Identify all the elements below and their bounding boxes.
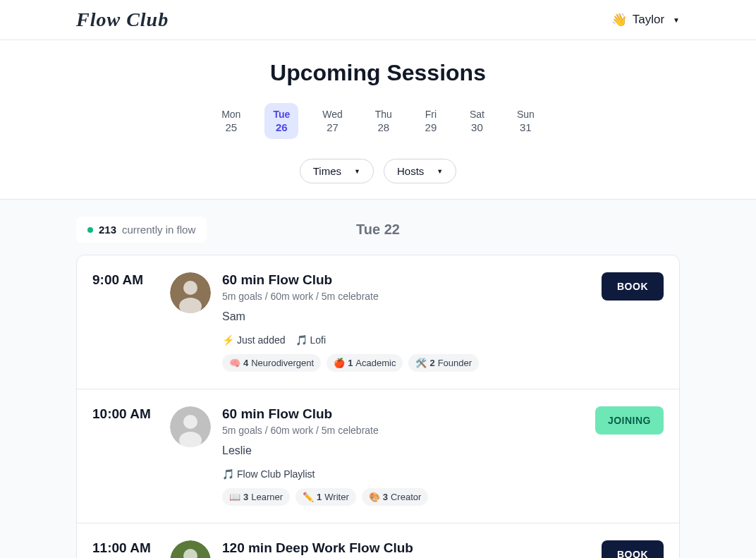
tag[interactable]: 📖3Learner [222,488,290,506]
times-label: Times [313,165,341,177]
flow-count: 213 [99,224,116,236]
tag-count: 1 [317,492,322,502]
date-num: 30 [471,121,483,133]
meta-text: Lofi [310,334,327,346]
tag[interactable]: 🧠4Neurodivergent [222,354,321,372]
user-menu[interactable]: 👋 Taylor ▼ [611,12,680,28]
tag[interactable]: ✏️1Writer [295,488,356,506]
session-body: 60 min Flow Club5m goals / 60m work / 5m… [222,272,602,372]
date-item-30[interactable]: Sat30 [461,103,493,139]
session-desc: 5m goals / 60m work / 5m celebrate [222,425,595,436]
tag-icon: 🎨 [369,492,380,502]
session-meta: ⚡Just added🎵Lofi [222,334,602,346]
date-num: 27 [327,121,339,133]
session-body: 60 min Flow Club5m goals / 60m work / 5m… [222,406,595,506]
date-day: Fri [425,109,437,120]
hosts-filter[interactable]: Hosts ▼ [384,159,456,183]
session-time: 9:00 AM [92,272,170,372]
tag-label: Academic [355,358,396,368]
date-item-29[interactable]: Fri29 [416,103,446,139]
joining-button[interactable]: JOINING [595,406,664,435]
tag[interactable]: 🎨3Creator [362,488,429,506]
date-item-26[interactable]: Tue26 [264,103,298,139]
meta-item: ⚡Just added [222,334,286,346]
flow-text: currently in flow [122,224,195,236]
logo[interactable]: Flow Club [76,8,169,31]
meta-icon: ⚡ [222,334,234,346]
date-num: 28 [378,121,390,133]
status-dot-icon [87,227,93,233]
tag[interactable]: 🛠️2Founder [408,354,479,372]
session-action: BOOK [602,540,664,558]
session-host: Leslie [222,444,595,457]
date-num: 25 [225,121,237,133]
meta-text: Just added [237,334,286,346]
meta-icon: 🎵 [222,468,234,480]
host-avatar[interactable] [170,406,211,447]
sessions-list: 9:00 AM60 min Flow Club5m goals / 60m wo… [76,255,680,558]
times-filter[interactable]: Times ▼ [300,159,374,183]
session-action: BOOK [602,272,664,372]
tag-count: 3 [383,492,388,502]
date-item-31[interactable]: Sun31 [508,103,543,139]
date-num: 31 [520,121,532,133]
svg-point-4 [183,415,197,429]
session-meta: 🎵Flow Club Playlist [222,468,595,480]
tag-label: Founder [438,358,472,368]
tag-label: Learner [251,492,283,502]
date-day: Mon [221,109,240,120]
tag-label: Neurodivergent [251,358,314,368]
content-area: 213 currently in flow Tue 22 9:00 AM60 m… [0,200,756,558]
page-title: Upcoming Sessions [0,60,756,86]
session-time: 11:00 AM [92,540,170,558]
host-avatar[interactable] [170,540,211,558]
date-day: Thu [375,109,392,120]
flow-status-badge: 213 currently in flow [76,217,207,243]
date-day: Sat [470,109,484,120]
tag-icon: 🛠️ [415,358,427,368]
session-title: 60 min Flow Club [222,406,595,422]
session-body: 120 min Deep Work Flow Club5m goals / 50… [222,540,602,558]
host-avatar[interactable] [170,272,211,313]
chevron-down-icon: ▼ [437,168,443,175]
tag-count: 2 [429,358,434,368]
hosts-label: Hosts [397,165,424,177]
session-desc: 5m goals / 60m work / 5m celebrate [222,291,602,302]
date-num: 29 [425,121,437,133]
tag-icon: 🍎 [334,358,345,368]
tag-icon: 📖 [229,492,240,502]
filter-row: Times ▼ Hosts ▼ [0,159,756,183]
session-row: 11:00 AM120 min Deep Work Flow Club5m go… [77,523,679,558]
wave-icon: 👋 [611,12,627,28]
user-name: Taylor [633,13,664,27]
tag-icon: ✏️ [303,492,314,502]
date-item-27[interactable]: Wed27 [314,103,351,139]
session-host: Sam [222,310,602,323]
session-title: 60 min Flow Club [222,272,602,288]
meta-text: Flow Club Playlist [237,468,315,480]
session-tags: 🧠4Neurodivergent🍎1Academic🛠️2Founder [222,354,602,372]
session-tags: 📖3Learner✏️1Writer🎨3Creator [222,488,595,506]
meta-item: 🎵Lofi [295,334,327,346]
tag[interactable]: 🍎1Academic [327,354,403,372]
session-action: JOINING [595,406,664,506]
date-item-28[interactable]: Thu28 [367,103,401,139]
session-time: 10:00 AM [92,406,170,506]
date-selector: Mon25Tue26Wed27Thu28Fri29Sat30Sun31 [0,103,756,139]
date-item-25[interactable]: Mon25 [213,103,249,139]
tag-count: 3 [243,492,248,502]
header: Flow Club 👋 Taylor ▼ [0,0,756,40]
book-button[interactable]: BOOK [602,272,664,301]
date-num: 26 [276,121,288,133]
meta-icon: 🎵 [295,334,307,346]
tag-count: 1 [348,358,353,368]
date-day: Sun [517,109,535,120]
session-row: 10:00 AM60 min Flow Club5m goals / 60m w… [77,389,679,523]
date-day: Tue [273,109,290,120]
chevron-down-icon: ▼ [354,168,360,175]
session-title: 120 min Deep Work Flow Club [222,540,602,556]
tag-label: Writer [324,492,348,502]
tag-icon: 🧠 [229,358,240,368]
svg-point-1 [183,281,197,295]
book-button[interactable]: BOOK [602,540,664,558]
